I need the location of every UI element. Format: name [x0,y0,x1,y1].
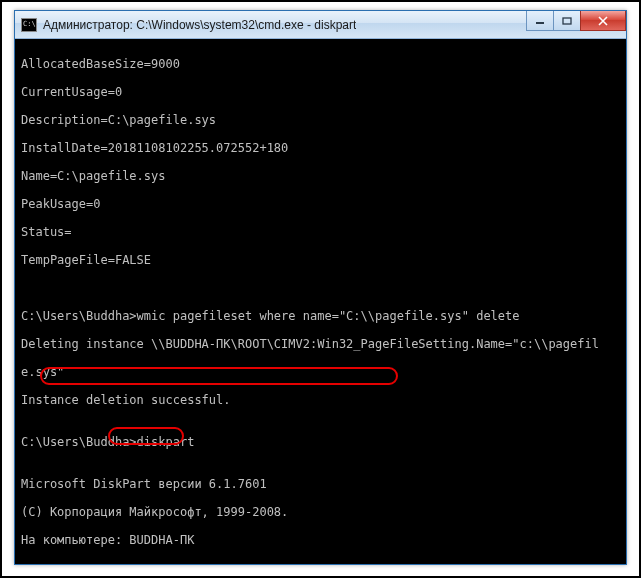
svg-rect-0 [536,22,544,24]
output-line: InstallDate=20181108102255.072552+180 [21,141,620,155]
output-line: CurrentUsage=0 [21,85,620,99]
output-line: e.sys" [21,365,620,379]
output-line: Instance deletion successful. [21,393,620,407]
output-line: C:\Users\Buddha>diskpart [21,435,620,449]
output-line: Name=C:\pagefile.sys [21,169,620,183]
svg-rect-1 [563,18,571,24]
output-line: TempPageFile=FALSE [21,253,620,267]
minimize-icon [535,17,545,25]
output-line: AllocatedBaseSize=9000 [21,57,620,71]
close-button[interactable] [580,11,626,31]
output-line: PeakUsage=0 [21,197,620,211]
window-title: Администратор: C:\Windows\system32\cmd.e… [43,18,356,32]
window-controls [527,11,626,31]
maximize-icon [562,17,572,25]
cmd-window: Администратор: C:\Windows\system32\cmd.e… [14,10,627,565]
output-line: Description=C:\pagefile.sys [21,113,620,127]
minimize-button[interactable] [526,11,554,31]
close-icon [597,16,609,26]
maximize-button[interactable] [553,11,581,31]
output-line: Microsoft DiskPart версии 6.1.7601 [21,477,620,491]
output-line: Status= [21,225,620,239]
terminal-output[interactable]: AllocatedBaseSize=9000 CurrentUsage=0 De… [15,39,626,564]
cmd-icon [21,18,37,32]
output-line: Deleting instance \\BUDDHA-ПК\ROOT\CIMV2… [21,337,620,351]
output-line: На компьютере: BUDDHA-ПК [21,533,620,547]
output-line: (C) Корпорация Майкрософт, 1999-2008. [21,505,620,519]
titlebar[interactable]: Администратор: C:\Windows\system32\cmd.e… [15,11,626,39]
output-line: C:\Users\Buddha>wmic pagefileset where n… [21,309,620,323]
